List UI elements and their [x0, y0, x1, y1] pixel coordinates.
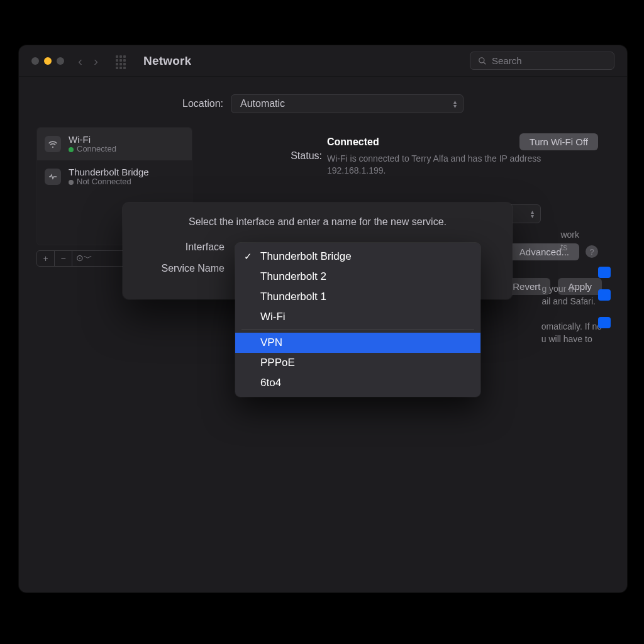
menu-item[interactable]: Thunderbolt 1 [235, 287, 480, 307]
thunderbolt-icon [45, 169, 61, 185]
nav-arrows: ‹ › [78, 53, 98, 69]
back-button[interactable]: ‹ [78, 53, 82, 69]
help-button[interactable]: ? [586, 245, 598, 258]
sidebar-item-name: Wi-Fi [69, 134, 116, 145]
menu-item[interactable]: PPPoE [235, 353, 480, 373]
chevron-updown-icon: ▴▾ [453, 99, 457, 108]
location-row: Location: Automatic ▴▾ [19, 77, 627, 127]
check-icon: ✓ [244, 251, 252, 262]
remove-service-button[interactable]: − [55, 251, 72, 266]
sidebar-item-name: Thunderbolt Bridge [69, 167, 149, 177]
menu-item[interactable]: VPN [235, 333, 480, 353]
window-title: Network [143, 54, 191, 68]
svg-line-1 [484, 62, 486, 64]
forward-button[interactable]: › [94, 53, 98, 69]
sheet-title: Select the interface and enter a name fo… [138, 216, 497, 228]
status-label: Status: [215, 148, 327, 162]
chevron-updown-icon: ▴▾ [531, 209, 534, 218]
minimize-button[interactable] [44, 57, 52, 65]
menu-item[interactable]: 6to4 [235, 373, 480, 393]
add-service-button[interactable]: + [37, 251, 55, 266]
sidebar-item-thunderbolt-bridge[interactable]: Thunderbolt Bridge Not Connected [37, 160, 192, 193]
sidebar-item-wifi[interactable]: Wi-Fi Connected [37, 128, 192, 160]
menu-item[interactable]: ✓Thunderbolt Bridge [235, 247, 480, 267]
search-icon [478, 57, 487, 65]
interface-label: Interface [138, 242, 228, 253]
turn-wifi-off-button[interactable]: Turn Wi-Fi Off [519, 133, 598, 150]
location-select[interactable]: Automatic ▴▾ [231, 94, 464, 113]
more-actions-button[interactable]: ⊙﹀ [72, 251, 96, 266]
menu-item[interactable]: Wi-Fi [235, 307, 480, 327]
search-field[interactable]: Search [470, 52, 614, 70]
obscured-button-edge [598, 317, 611, 328]
window-titlebar: ‹ › Network Search [19, 45, 627, 77]
maximize-button[interactable] [57, 57, 64, 65]
traffic-lights [31, 57, 64, 65]
wifi-icon [45, 136, 61, 152]
show-all-icon[interactable] [116, 55, 127, 67]
svg-point-0 [479, 57, 484, 62]
status-value: Connected [327, 136, 379, 148]
menu-separator [242, 330, 474, 330]
service-name-label: Service Name [138, 263, 228, 274]
close-button[interactable] [31, 57, 39, 65]
obscured-button-edge [598, 289, 611, 301]
obscured-button-edge [598, 267, 611, 278]
menu-item[interactable]: Thunderbolt 2 [235, 267, 480, 287]
status-detail: Wi-Fi is connected to Terry Alfa and has… [327, 153, 598, 177]
interface-dropdown-menu: ✓Thunderbolt BridgeThunderbolt 2Thunderb… [235, 243, 480, 397]
location-label: Location: [182, 98, 223, 109]
